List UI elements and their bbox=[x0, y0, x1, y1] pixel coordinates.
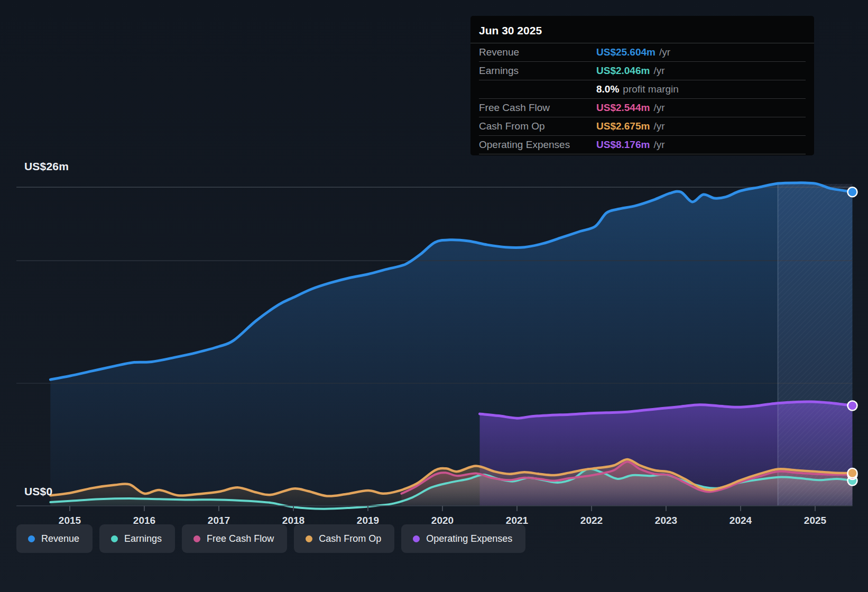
legend-chip-operating-expenses[interactable]: Operating Expenses bbox=[401, 524, 525, 553]
x-axis-label-2023: 2023 bbox=[645, 515, 687, 526]
tooltip-label: Revenue bbox=[479, 47, 596, 58]
tooltip-label: Operating Expenses bbox=[479, 139, 596, 151]
legend-label: Free Cash Flow bbox=[207, 533, 274, 544]
operating-expenses-end-marker[interactable] bbox=[848, 401, 857, 410]
tooltip-suffix: profit margin bbox=[623, 84, 679, 95]
legend-label: Earnings bbox=[124, 533, 162, 544]
legend-chip-cash-from-op[interactable]: Cash From Op bbox=[294, 524, 394, 553]
legend-chip-earnings[interactable]: Earnings bbox=[99, 524, 175, 553]
legend-chip-free-cash-flow[interactable]: Free Cash Flow bbox=[182, 524, 287, 553]
tooltip-row-profit-margin: 8.0%profit margin bbox=[479, 80, 806, 99]
tooltip-label: Earnings bbox=[479, 65, 596, 77]
highlight-band-hatch bbox=[778, 184, 853, 506]
chart-tooltip: Jun 30 2025 RevenueUS$25.604m/yrEarnings… bbox=[470, 16, 814, 155]
tooltip-label: Free Cash Flow bbox=[479, 102, 596, 114]
tooltip-date: Jun 30 2025 bbox=[470, 16, 814, 43]
tooltip-suffix: /yr bbox=[659, 47, 670, 58]
tooltip-row-earnings: EarningsUS$2.046m/yr bbox=[479, 62, 806, 80]
tooltip-row-revenue: RevenueUS$25.604m/yr bbox=[479, 43, 806, 62]
tooltip-value: US$8.176m bbox=[596, 139, 650, 151]
tooltip-suffix: /yr bbox=[653, 139, 664, 151]
operating-expenses-legend-dot-icon bbox=[413, 535, 420, 542]
page: US$26m US$0 2015201620172018201920202021… bbox=[0, 0, 868, 592]
cash-from-op-end-marker[interactable] bbox=[848, 468, 857, 478]
earnings-legend-dot-icon bbox=[111, 535, 118, 542]
y-axis-max-label: US$26m bbox=[24, 160, 69, 173]
x-axis-label-2022: 2022 bbox=[570, 515, 613, 526]
tooltip-suffix: /yr bbox=[653, 102, 664, 114]
y-axis-zero-label: US$0 bbox=[24, 485, 52, 498]
tooltip-row-operating-expenses: Operating ExpensesUS$8.176m/yr bbox=[479, 136, 806, 154]
legend-chip-revenue[interactable]: Revenue bbox=[16, 524, 93, 553]
revenue-end-marker[interactable] bbox=[848, 187, 857, 197]
free-cash-flow-legend-dot-icon bbox=[193, 535, 200, 542]
legend-label: Revenue bbox=[41, 533, 79, 544]
tooltip-suffix: /yr bbox=[653, 65, 664, 77]
tooltip-rows: RevenueUS$25.604m/yrEarningsUS$2.046m/yr… bbox=[470, 43, 814, 154]
x-axis-label-2025: 2025 bbox=[794, 515, 836, 526]
tooltip-value: US$2.544m bbox=[596, 102, 650, 114]
tooltip-suffix: /yr bbox=[653, 121, 664, 132]
tooltip-value: 8.0% bbox=[596, 84, 619, 95]
tooltip-row-free-cash-flow: Free Cash FlowUS$2.544m/yr bbox=[479, 99, 806, 117]
revenue-legend-dot-icon bbox=[28, 535, 35, 542]
legend-label: Operating Expenses bbox=[426, 533, 512, 544]
tooltip-row-cash-from-op: Cash From OpUS$2.675m/yr bbox=[479, 117, 806, 136]
tooltip-value: US$2.046m bbox=[596, 65, 650, 77]
x-axis-label-2024: 2024 bbox=[719, 515, 762, 526]
chart-legend: RevenueEarningsFree Cash FlowCash From O… bbox=[16, 524, 525, 553]
tooltip-value: US$25.604m bbox=[596, 47, 655, 58]
legend-label: Cash From Op bbox=[319, 533, 381, 544]
cash-from-op-legend-dot-icon bbox=[306, 535, 312, 542]
tooltip-value: US$2.675m bbox=[596, 121, 650, 132]
tooltip-label: Cash From Op bbox=[479, 121, 596, 132]
